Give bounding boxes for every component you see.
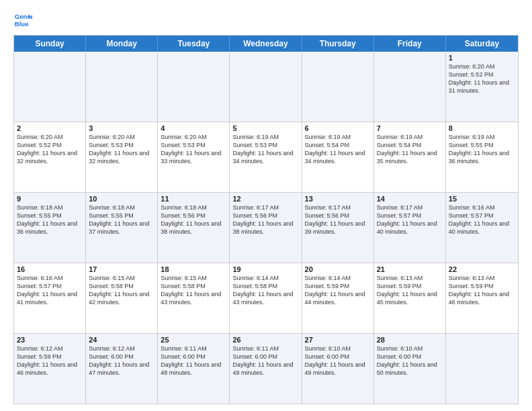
day-number: 19 bbox=[232, 265, 298, 273]
day-number: 28 bbox=[377, 336, 443, 344]
calendar-cell: 23Sunrise: 6:12 AM Sunset: 5:59 PM Dayli… bbox=[14, 334, 86, 404]
day-number: 21 bbox=[377, 265, 443, 273]
day-number: 13 bbox=[305, 195, 371, 203]
day-info: Sunrise: 6:18 AM Sunset: 5:56 PM Dayligh… bbox=[161, 203, 226, 236]
day-number: 3 bbox=[89, 124, 154, 132]
day-number: 8 bbox=[449, 124, 515, 132]
calendar-cell: 4Sunrise: 6:20 AM Sunset: 5:53 PM Daylig… bbox=[158, 122, 230, 192]
day-number: 14 bbox=[377, 195, 443, 203]
cal-header-thursday: Thursday bbox=[302, 36, 374, 52]
calendar-cell: 24Sunrise: 6:12 AM Sunset: 6:00 PM Dayli… bbox=[86, 334, 158, 404]
calendar-cell: 1Sunrise: 6:20 AM Sunset: 5:52 PM Daylig… bbox=[446, 52, 518, 122]
day-info: Sunrise: 6:16 AM Sunset: 5:57 PM Dayligh… bbox=[449, 203, 515, 236]
calendar-week-2: 9Sunrise: 6:18 AM Sunset: 5:55 PM Daylig… bbox=[14, 193, 518, 263]
calendar-cell: 7Sunrise: 6:19 AM Sunset: 5:54 PM Daylig… bbox=[374, 122, 446, 192]
day-number: 4 bbox=[161, 124, 226, 132]
day-info: Sunrise: 6:19 AM Sunset: 5:53 PM Dayligh… bbox=[232, 133, 298, 166]
day-number: 7 bbox=[377, 124, 443, 132]
calendar-cell bbox=[86, 52, 158, 122]
calendar-cell: 20Sunrise: 6:14 AM Sunset: 5:59 PM Dayli… bbox=[302, 263, 374, 333]
calendar-cell: 18Sunrise: 6:15 AM Sunset: 5:58 PM Dayli… bbox=[158, 263, 230, 333]
calendar-cell: 5Sunrise: 6:19 AM Sunset: 5:53 PM Daylig… bbox=[230, 122, 302, 192]
day-number: 2 bbox=[17, 124, 83, 132]
calendar-cell: 6Sunrise: 6:19 AM Sunset: 5:54 PM Daylig… bbox=[302, 122, 374, 192]
day-info: Sunrise: 6:15 AM Sunset: 5:58 PM Dayligh… bbox=[89, 274, 154, 307]
logo: General Blue bbox=[13, 11, 32, 30]
day-info: Sunrise: 6:12 AM Sunset: 6:00 PM Dayligh… bbox=[89, 345, 154, 377]
day-info: Sunrise: 6:17 AM Sunset: 5:56 PM Dayligh… bbox=[232, 203, 298, 236]
calendar-cell: 27Sunrise: 6:10 AM Sunset: 6:00 PM Dayli… bbox=[302, 334, 374, 404]
calendar-cell bbox=[158, 52, 230, 122]
day-info: Sunrise: 6:20 AM Sunset: 5:52 PM Dayligh… bbox=[449, 62, 515, 95]
day-number: 25 bbox=[161, 336, 226, 344]
day-info: Sunrise: 6:11 AM Sunset: 6:00 PM Dayligh… bbox=[161, 345, 226, 377]
calendar-cell: 11Sunrise: 6:18 AM Sunset: 5:56 PM Dayli… bbox=[158, 193, 230, 263]
cal-header-sunday: Sunday bbox=[14, 36, 86, 52]
day-number: 1 bbox=[449, 54, 515, 62]
calendar-cell bbox=[14, 52, 86, 122]
calendar-cell: 2Sunrise: 6:20 AM Sunset: 5:52 PM Daylig… bbox=[14, 122, 86, 192]
logo-icon: General Blue bbox=[13, 11, 32, 30]
day-info: Sunrise: 6:17 AM Sunset: 5:56 PM Dayligh… bbox=[305, 203, 371, 236]
day-info: Sunrise: 6:19 AM Sunset: 5:54 PM Dayligh… bbox=[305, 133, 371, 166]
day-info: Sunrise: 6:16 AM Sunset: 5:57 PM Dayligh… bbox=[17, 274, 83, 307]
day-number: 27 bbox=[305, 336, 371, 344]
calendar-cell bbox=[230, 52, 302, 122]
day-number: 9 bbox=[17, 195, 83, 203]
calendar-cell: 16Sunrise: 6:16 AM Sunset: 5:57 PM Dayli… bbox=[14, 263, 86, 333]
cal-header-wednesday: Wednesday bbox=[230, 36, 302, 52]
cal-header-friday: Friday bbox=[374, 36, 446, 52]
day-info: Sunrise: 6:18 AM Sunset: 5:55 PM Dayligh… bbox=[17, 203, 83, 236]
calendar-cell: 13Sunrise: 6:17 AM Sunset: 5:56 PM Dayli… bbox=[302, 193, 374, 263]
calendar-body: 1Sunrise: 6:20 AM Sunset: 5:52 PM Daylig… bbox=[14, 52, 518, 404]
day-info: Sunrise: 6:19 AM Sunset: 5:55 PM Dayligh… bbox=[449, 133, 515, 166]
calendar-week-4: 23Sunrise: 6:12 AM Sunset: 5:59 PM Dayli… bbox=[14, 334, 518, 404]
day-number: 22 bbox=[449, 265, 515, 273]
cal-header-saturday: Saturday bbox=[446, 36, 518, 52]
day-number: 17 bbox=[89, 265, 154, 273]
calendar-cell: 17Sunrise: 6:15 AM Sunset: 5:58 PM Dayli… bbox=[86, 263, 158, 333]
calendar-cell: 14Sunrise: 6:17 AM Sunset: 5:57 PM Dayli… bbox=[374, 193, 446, 263]
calendar-cell: 15Sunrise: 6:16 AM Sunset: 5:57 PM Dayli… bbox=[446, 193, 518, 263]
calendar-week-3: 16Sunrise: 6:16 AM Sunset: 5:57 PM Dayli… bbox=[14, 263, 518, 334]
day-number: 23 bbox=[17, 336, 83, 344]
day-number: 20 bbox=[305, 265, 371, 273]
calendar-cell: 26Sunrise: 6:11 AM Sunset: 6:00 PM Dayli… bbox=[230, 334, 302, 404]
calendar-cell: 3Sunrise: 6:20 AM Sunset: 5:53 PM Daylig… bbox=[86, 122, 158, 192]
day-info: Sunrise: 6:14 AM Sunset: 5:58 PM Dayligh… bbox=[232, 274, 298, 307]
day-info: Sunrise: 6:15 AM Sunset: 5:58 PM Dayligh… bbox=[161, 274, 226, 307]
day-info: Sunrise: 6:19 AM Sunset: 5:54 PM Dayligh… bbox=[377, 133, 443, 166]
calendar-cell: 25Sunrise: 6:11 AM Sunset: 6:00 PM Dayli… bbox=[158, 334, 230, 404]
day-info: Sunrise: 6:17 AM Sunset: 5:57 PM Dayligh… bbox=[377, 203, 443, 236]
page: General Blue SundayMondayTuesdayWednesda… bbox=[0, 0, 532, 411]
day-number: 18 bbox=[161, 265, 226, 273]
calendar-cell bbox=[446, 334, 518, 404]
day-info: Sunrise: 6:13 AM Sunset: 5:59 PM Dayligh… bbox=[449, 274, 515, 307]
calendar-cell: 19Sunrise: 6:14 AM Sunset: 5:58 PM Dayli… bbox=[230, 263, 302, 333]
day-number: 16 bbox=[17, 265, 83, 273]
day-number: 5 bbox=[232, 124, 298, 132]
day-info: Sunrise: 6:20 AM Sunset: 5:52 PM Dayligh… bbox=[17, 133, 83, 166]
day-info: Sunrise: 6:20 AM Sunset: 5:53 PM Dayligh… bbox=[89, 133, 154, 166]
day-info: Sunrise: 6:11 AM Sunset: 6:00 PM Dayligh… bbox=[232, 345, 298, 377]
calendar-cell: 12Sunrise: 6:17 AM Sunset: 5:56 PM Dayli… bbox=[230, 193, 302, 263]
calendar-cell: 8Sunrise: 6:19 AM Sunset: 5:55 PM Daylig… bbox=[446, 122, 518, 192]
day-number: 11 bbox=[161, 195, 226, 203]
calendar: SundayMondayTuesdayWednesdayThursdayFrid… bbox=[13, 35, 519, 404]
calendar-cell: 9Sunrise: 6:18 AM Sunset: 5:55 PM Daylig… bbox=[14, 193, 86, 263]
day-info: Sunrise: 6:18 AM Sunset: 5:55 PM Dayligh… bbox=[89, 203, 154, 236]
cal-header-monday: Monday bbox=[86, 36, 158, 52]
header: General Blue bbox=[13, 11, 519, 30]
day-number: 26 bbox=[232, 336, 298, 344]
calendar-cell: 10Sunrise: 6:18 AM Sunset: 5:55 PM Dayli… bbox=[86, 193, 158, 263]
calendar-week-1: 2Sunrise: 6:20 AM Sunset: 5:52 PM Daylig… bbox=[14, 122, 518, 193]
calendar-week-0: 1Sunrise: 6:20 AM Sunset: 5:52 PM Daylig… bbox=[14, 52, 518, 122]
day-info: Sunrise: 6:20 AM Sunset: 5:53 PM Dayligh… bbox=[161, 133, 226, 166]
day-info: Sunrise: 6:13 AM Sunset: 5:59 PM Dayligh… bbox=[377, 274, 443, 307]
day-number: 10 bbox=[89, 195, 154, 203]
day-number: 24 bbox=[89, 336, 154, 344]
day-info: Sunrise: 6:10 AM Sunset: 6:00 PM Dayligh… bbox=[377, 345, 443, 377]
calendar-cell bbox=[302, 52, 374, 122]
calendar-cell: 22Sunrise: 6:13 AM Sunset: 5:59 PM Dayli… bbox=[446, 263, 518, 333]
day-info: Sunrise: 6:14 AM Sunset: 5:59 PM Dayligh… bbox=[305, 274, 371, 307]
